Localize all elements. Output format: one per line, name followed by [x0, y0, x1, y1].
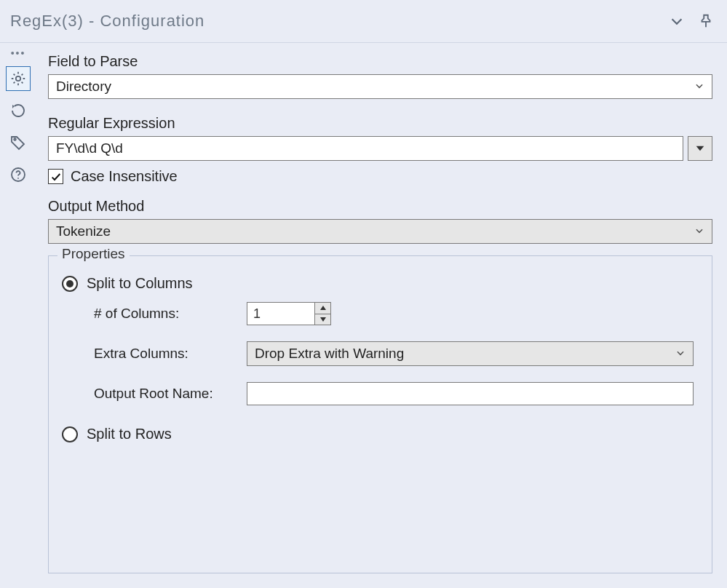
radio-icon	[62, 426, 78, 442]
regex-builder-button[interactable]	[688, 136, 712, 161]
extra-columns-value: Drop Extra with Warning	[255, 346, 675, 362]
output-root-name-label: Output Root Name:	[94, 386, 247, 402]
chevron-down-icon	[675, 346, 686, 362]
svg-marker-7	[320, 317, 326, 322]
collapse-icon[interactable]	[669, 13, 685, 29]
field-to-parse-value: Directory	[56, 79, 694, 95]
extra-columns-dropdown[interactable]: Drop Extra with Warning	[247, 341, 694, 366]
regex-input[interactable]: FY\d\d Q\d	[48, 136, 683, 161]
properties-group: Properties Split to Columns # of Columns…	[48, 255, 712, 573]
regex-label: Regular Expression	[48, 115, 712, 132]
split-to-columns-radio[interactable]: Split to Columns	[62, 275, 699, 292]
triangle-down-icon	[319, 317, 327, 322]
titlebar: RegEx(3) - Configuration	[0, 0, 727, 42]
regex-value: FY\d\d Q\d	[56, 140, 123, 156]
tab-configuration[interactable]	[6, 66, 31, 91]
help-icon	[9, 166, 27, 183]
refresh-arrow-icon	[9, 102, 27, 119]
tab-tag[interactable]	[6, 130, 31, 155]
spinner-down-button[interactable]	[315, 314, 330, 325]
panel-title: RegEx(3) - Configuration	[10, 12, 669, 31]
output-method-dropdown[interactable]: Tokenize	[48, 219, 712, 244]
split-to-rows-radio[interactable]: Split to Rows	[62, 426, 699, 442]
more-icon[interactable]: •••	[11, 47, 26, 59]
case-insensitive-checkbox[interactable]	[48, 169, 63, 184]
side-tab-column: •••	[0, 43, 36, 588]
triangle-up-icon	[319, 305, 327, 311]
extra-columns-label: Extra Columns:	[94, 346, 247, 362]
output-method-label: Output Method	[48, 198, 712, 215]
svg-point-2	[14, 138, 16, 140]
config-panel: RegEx(3) - Configuration •••	[0, 0, 727, 588]
split-to-rows-label: Split to Rows	[87, 426, 172, 442]
main-content: Field to Parse Directory Regular Express…	[36, 43, 727, 588]
output-root-name-input[interactable]	[247, 382, 694, 405]
radio-icon	[62, 276, 78, 292]
output-method-value: Tokenize	[56, 223, 694, 239]
svg-point-4	[17, 178, 19, 179]
num-columns-label: # of Columns:	[94, 306, 247, 322]
num-columns-value: 1	[247, 303, 314, 325]
check-icon	[50, 171, 62, 183]
tag-icon	[9, 134, 27, 151]
triangle-down-icon	[694, 143, 706, 154]
svg-marker-5	[696, 146, 704, 151]
svg-point-1	[16, 76, 20, 81]
chevron-down-icon	[694, 81, 704, 93]
field-to-parse-label: Field to Parse	[48, 53, 712, 70]
tab-xml-annotation[interactable]	[6, 98, 31, 123]
num-columns-spinner[interactable]: 1	[247, 302, 331, 325]
svg-marker-6	[320, 306, 326, 310]
gear-icon	[9, 70, 27, 87]
field-to-parse-dropdown[interactable]: Directory	[48, 74, 712, 99]
tab-help[interactable]	[6, 162, 31, 187]
pin-icon[interactable]	[698, 13, 714, 29]
chevron-down-icon	[694, 223, 704, 239]
split-to-columns-label: Split to Columns	[87, 275, 193, 292]
case-insensitive-label: Case Insensitive	[71, 168, 178, 185]
properties-legend: Properties	[57, 246, 130, 262]
spinner-up-button[interactable]	[315, 303, 330, 314]
